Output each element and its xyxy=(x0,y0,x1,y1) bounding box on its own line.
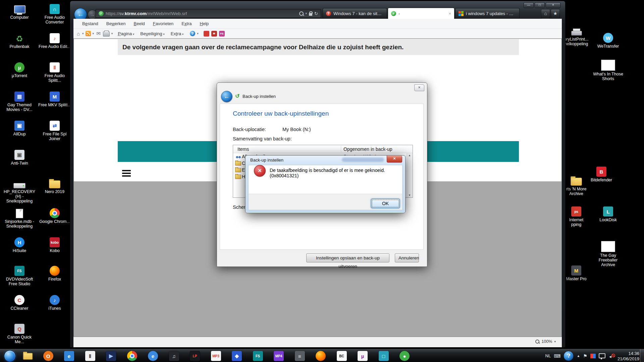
music-keys-dark-icon[interactable]: ♫ xyxy=(169,351,179,361)
zoom-dropdown-icon[interactable]: ▾ xyxy=(554,340,556,343)
app-green-icon[interactable]: ● xyxy=(399,351,410,361)
tab-close-icon[interactable]: × xyxy=(448,11,451,16)
desktop-icon[interactable]: LLookDisk xyxy=(591,205,626,222)
app-blue-icon[interactable]: ◆ xyxy=(232,351,242,361)
wizard-close-button[interactable]: × xyxy=(414,84,424,91)
desktop-icon[interactable]: Nero 2019 xyxy=(37,177,72,194)
minimize-button[interactable]: — xyxy=(524,2,534,8)
desktop-icon[interactable]: What's In ThoseShorts xyxy=(591,59,626,81)
monitor-app-icon[interactable]: □ xyxy=(379,351,389,361)
desktop-icon[interactable]: HHiSuite xyxy=(2,236,37,253)
commandbar-menu-pagina[interactable]: Pagina ▾ xyxy=(118,31,134,36)
desktop-icon[interactable]: Computer xyxy=(2,3,37,20)
zoom-control[interactable]: 100% ▾ xyxy=(535,339,556,344)
laser-print-app-icon[interactable]: LP xyxy=(190,351,200,361)
start-button[interactable] xyxy=(4,350,16,362)
language-indicator[interactable]: NL xyxy=(545,353,551,358)
search-dropdown-icon[interactable]: ▾ xyxy=(306,12,307,15)
menu-beeld[interactable]: Beeld xyxy=(130,20,148,27)
desktop-icon[interactable]: ♪iTunes xyxy=(37,294,72,311)
internet-explorer-2-icon[interactable]: e xyxy=(148,351,158,361)
security-shield-icon[interactable] xyxy=(590,354,596,358)
utorrent-icon[interactable]: µ xyxy=(358,351,368,361)
desktop-icon[interactable]: CCCleaner xyxy=(2,294,37,311)
app-tile-icon: ps xyxy=(571,206,581,217)
show-hidden-icons[interactable]: ▲ xyxy=(577,354,580,358)
app-orange-icon[interactable]: O xyxy=(43,351,53,361)
tab-3[interactable]: i windows 7 updates - Microso... xyxy=(455,8,520,18)
fs-addon-icon[interactable]: FS xyxy=(219,31,225,37)
mail-red-icon[interactable]: ✉ xyxy=(211,31,217,37)
desktop-icon[interactable]: Firefox xyxy=(37,264,72,282)
menu-extra[interactable]: Extra xyxy=(178,20,195,27)
mp3-tool-icon[interactable]: MP3 xyxy=(211,351,221,361)
desktop-icon[interactable]: koboKobo xyxy=(37,236,72,253)
settings-mixer-icon[interactable]: ≡ xyxy=(295,351,305,361)
menu-favorieten[interactable]: Favorieten xyxy=(150,20,177,27)
piano-keys-app-icon[interactable]: ‖ xyxy=(85,351,95,361)
desktop-icon[interactable]: ♻Prullenbak xyxy=(2,32,37,49)
commandbar-menu-extra[interactable]: Extra ▾ xyxy=(171,31,184,36)
desktop-icon[interactable]: WWeTransfer xyxy=(591,32,626,49)
action-center-flag-icon[interactable]: ⚑ xyxy=(583,353,587,359)
bc-app-icon[interactable]: BC xyxy=(337,351,347,361)
menu-bestand[interactable]: Bestand xyxy=(79,20,102,27)
address-bar[interactable]: ✓ https://sv.ktrmr.com/mrIWeb/mrIWeb.srf… xyxy=(96,9,321,18)
wizard-back-button[interactable]: ← xyxy=(221,91,232,102)
internet-explorer-icon[interactable]: e xyxy=(64,351,74,361)
free-studio-icon[interactable]: FS xyxy=(253,351,263,361)
desktop-icon[interactable]: Sinjoorke.mdb - Snelkoppeling xyxy=(2,207,37,229)
desktop-icon[interactable]: ♪Free Audio Edit... xyxy=(37,32,72,49)
desktop-icon[interactable]: µµTorrent xyxy=(2,61,37,78)
desktop-icon-label: Free MKV Splitt... xyxy=(38,103,71,107)
print-icon[interactable] xyxy=(103,32,110,37)
desktop-icon[interactable]: BBitdefender xyxy=(584,165,619,182)
error-close-button[interactable]: × xyxy=(387,156,402,163)
commandbar-menu-beveiliging[interactable]: Beveiliging ▾ xyxy=(140,31,164,36)
desktop-icon[interactable]: MFree MKV Splitt... xyxy=(37,90,72,107)
tab-1[interactable]: ?Windows 7 - kan de site malwa... xyxy=(323,8,387,18)
home-icon[interactable]: ⌂ xyxy=(541,9,550,18)
desktop-icon[interactable]: HP_RECOVERY (H) - Snelkoppeling xyxy=(2,177,37,203)
ok-button[interactable]: OK xyxy=(371,199,400,208)
search-icon[interactable] xyxy=(299,11,304,16)
refresh-icon[interactable]: ↻ xyxy=(314,11,318,16)
close-button[interactable]: × xyxy=(546,2,560,8)
desktop-icon[interactable]: FSDVDVideoSoft Free Studio xyxy=(2,264,37,286)
clock[interactable]: 14:36 21/06/2019 xyxy=(618,350,639,362)
desktop-icon[interactable]: ▣Anti-Twin xyxy=(2,148,37,166)
desktop-icon[interactable]: ∩Free Audio Converter xyxy=(37,3,72,24)
volume-muted-icon[interactable]: ◄ xyxy=(608,353,614,359)
mail-icon[interactable]: ✉ xyxy=(96,31,101,37)
desktop-icon[interactable]: ⇄Free File Spl Joiner xyxy=(37,119,72,141)
show-desktop-button[interactable] xyxy=(640,349,644,362)
desktop-icon[interactable]: ▦Gay Themed Movies - DV... xyxy=(2,90,37,112)
desktop-icon[interactable]: Google Chrom... xyxy=(37,207,72,224)
desktop-icon[interactable]: ▣AllDup xyxy=(2,119,37,136)
favorites-star-icon[interactable]: ★ xyxy=(551,9,560,18)
media-player-dark-icon[interactable]: ▶ xyxy=(106,351,116,361)
network-icon[interactable] xyxy=(599,353,605,358)
table-scrollbar[interactable]: ▲▼ xyxy=(407,153,413,197)
keyboard-layout-icon[interactable]: ⌨ xyxy=(554,353,560,359)
cancel-button[interactable]: Annuleren xyxy=(395,253,419,262)
chrome-icon[interactable] xyxy=(127,351,137,361)
windows-explorer-icon[interactable] xyxy=(22,352,34,360)
firefox-icon[interactable] xyxy=(316,351,326,361)
menu-bewerken[interactable]: Bewerken xyxy=(103,20,129,27)
menu-help[interactable]: Help xyxy=(197,20,212,27)
home-icon[interactable]: ⌂ xyxy=(76,31,80,37)
app-tile-icon: M xyxy=(50,92,60,102)
hamburger-menu-icon[interactable] xyxy=(122,170,131,177)
maximize-button[interactable]: □ xyxy=(535,2,545,8)
red-app-icon[interactable] xyxy=(204,31,209,37)
help-icon[interactable]: ? xyxy=(190,31,195,36)
mp4-tool-icon[interactable]: MP4 xyxy=(274,351,284,361)
help-tray-icon[interactable]: ? xyxy=(564,351,574,361)
desktop-icon[interactable]: QCanon Quick Me... xyxy=(2,322,37,344)
save-and-run-backup-button[interactable]: Instellingen opslaan en back-up uitvoere… xyxy=(306,253,389,262)
rss-feed-icon[interactable] xyxy=(86,31,91,36)
desktop-icon[interactable]: The Gay FreeballerArchive xyxy=(591,241,626,267)
desktop-icon[interactable]: ‖Free Audio Splitt... xyxy=(37,61,72,83)
tab-2[interactable]: ✓-× xyxy=(388,8,454,19)
